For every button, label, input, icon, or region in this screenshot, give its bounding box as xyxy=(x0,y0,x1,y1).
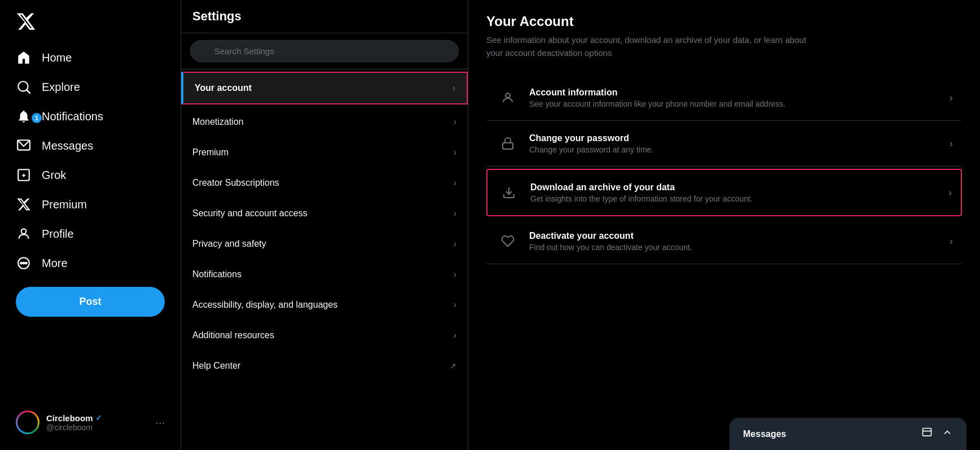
sidebar-item-premium[interactable]: Premium xyxy=(7,190,174,219)
svg-rect-13 xyxy=(923,429,931,436)
settings-item-additional[interactable]: Additional resources › xyxy=(181,320,468,351)
grok-icon: ✦ xyxy=(16,167,32,183)
download-chevron: › xyxy=(948,187,952,199)
svg-text:✦: ✦ xyxy=(21,172,27,180)
svg-point-8 xyxy=(23,263,25,264)
settings-item-label: Premium xyxy=(192,147,228,158)
svg-point-7 xyxy=(20,263,22,264)
deactivate-icon xyxy=(495,229,520,254)
sidebar-label-messages: Messages xyxy=(42,139,93,152)
x-logo-icon xyxy=(16,11,36,32)
sidebar-item-profile[interactable]: Profile xyxy=(7,219,174,248)
messages-icon xyxy=(16,138,32,154)
messages-bar-icons xyxy=(921,427,953,441)
chevron-icon: › xyxy=(454,330,456,340)
download-title: Download an archive of your data xyxy=(530,182,942,193)
verified-icon: ✓ xyxy=(95,413,102,422)
sidebar-item-more[interactable]: More xyxy=(7,248,174,278)
notification-count: 1 xyxy=(32,113,42,123)
user-handle: @circleboom xyxy=(46,423,155,432)
settings-item-security[interactable]: Security and account access › xyxy=(181,198,468,229)
user-more-icon[interactable]: ··· xyxy=(155,416,165,429)
messages-bar: Messages xyxy=(729,418,966,450)
right-panel-subtitle: See information about your account, down… xyxy=(486,34,825,59)
account-option-info[interactable]: Account information See your account inf… xyxy=(486,75,962,121)
svg-point-5 xyxy=(21,229,27,234)
sidebar-item-explore[interactable]: Explore xyxy=(7,72,174,102)
settings-panel: Settings 🔍 Your account › Monetization ›… xyxy=(181,0,468,450)
deactivate-text: Deactivate your account Find out how you… xyxy=(529,231,943,252)
chevron-icon: › xyxy=(454,147,456,158)
chevron-icon: › xyxy=(454,117,456,127)
x-logo[interactable] xyxy=(7,5,174,41)
settings-item-label: Your account xyxy=(195,83,252,93)
password-chevron: › xyxy=(950,138,953,150)
chevron-icon: › xyxy=(454,239,456,249)
chevron-icon: › xyxy=(454,300,456,310)
settings-title: Settings xyxy=(181,0,468,33)
chevron-icon: › xyxy=(454,178,456,188)
sidebar-label-notifications: Notifications xyxy=(42,110,103,123)
search-container: 🔍 xyxy=(181,33,468,69)
sidebar-label-grok: Grok xyxy=(42,169,66,182)
settings-item-premium[interactable]: Premium › xyxy=(181,137,468,168)
account-option-download[interactable]: Download an archive of your data Get ins… xyxy=(486,169,962,216)
settings-item-accessibility[interactable]: Accessibility, display, and languages › xyxy=(181,290,468,320)
settings-item-label: Privacy and safety xyxy=(192,239,266,249)
explore-icon xyxy=(16,79,32,95)
download-desc: Get insights into the type of informatio… xyxy=(530,194,942,203)
download-icon xyxy=(496,180,521,205)
right-content: Your Account See information about your … xyxy=(468,0,980,418)
notifications-icon: 1 xyxy=(16,108,32,124)
user-name: Circleboom ✓ xyxy=(46,413,155,423)
avatar xyxy=(16,410,39,434)
sidebar-label-premium: Premium xyxy=(42,198,87,211)
password-title: Change your password xyxy=(529,133,943,143)
settings-item-label: Accessibility, display, and languages xyxy=(192,300,337,310)
right-panel: Your Account See information about your … xyxy=(468,0,980,450)
sidebar-label-more: More xyxy=(42,257,68,270)
settings-item-your-account[interactable]: Your account › xyxy=(181,72,468,104)
settings-item-creator-subscriptions[interactable]: Creator Subscriptions › xyxy=(181,168,468,198)
account-info-icon xyxy=(495,85,520,110)
change-password-icon xyxy=(495,131,520,156)
user-profile-area[interactable]: Circleboom ✓ @circleboom ··· xyxy=(7,404,174,441)
sidebar-item-messages[interactable]: Messages xyxy=(7,131,174,160)
chevron-icon: › xyxy=(454,269,456,279)
post-button[interactable]: Post xyxy=(16,287,165,317)
home-icon xyxy=(16,50,32,65)
compose-message-icon[interactable] xyxy=(921,427,933,441)
chevron-icon: › xyxy=(454,208,456,219)
sidebar-label-explore: Explore xyxy=(42,81,80,94)
sidebar-item-notifications[interactable]: 1 Notifications xyxy=(7,102,174,131)
svg-point-9 xyxy=(25,263,27,264)
settings-item-monetization[interactable]: Monetization › xyxy=(181,107,468,137)
messages-bar-title: Messages xyxy=(743,429,786,439)
profile-icon xyxy=(16,226,32,242)
more-icon xyxy=(16,255,32,271)
settings-item-label: Additional resources xyxy=(192,330,274,340)
account-info-title: Account information xyxy=(529,88,943,98)
svg-line-1 xyxy=(27,90,29,93)
account-option-deactivate[interactable]: Deactivate your account Find out how you… xyxy=(486,219,962,264)
account-info-desc: See your account information like your p… xyxy=(529,99,943,108)
settings-item-privacy[interactable]: Privacy and safety › xyxy=(181,229,468,259)
sidebar-item-home[interactable]: Home xyxy=(7,43,174,72)
password-desc: Change your password at any time. xyxy=(529,145,943,154)
external-link-icon: ↗ xyxy=(450,361,456,370)
deactivate-title: Deactivate your account xyxy=(529,231,943,241)
download-text: Download an archive of your data Get ins… xyxy=(530,182,942,203)
search-input[interactable] xyxy=(190,40,459,62)
settings-item-label: Help Center xyxy=(192,361,240,371)
sidebar-item-grok[interactable]: ✦ Grok xyxy=(7,160,174,190)
sidebar-label-profile: Profile xyxy=(42,228,74,241)
collapse-messages-icon[interactable] xyxy=(942,427,953,441)
settings-item-label: Security and account access xyxy=(192,208,307,219)
settings-item-notifications[interactable]: Notifications › xyxy=(181,259,468,290)
svg-point-10 xyxy=(506,93,510,98)
account-option-password[interactable]: Change your password Change your passwor… xyxy=(486,121,962,167)
settings-item-help[interactable]: Help Center ↗ xyxy=(181,351,468,381)
search-wrapper: 🔍 xyxy=(190,40,459,62)
sidebar-label-home: Home xyxy=(42,51,72,64)
deactivate-chevron: › xyxy=(950,235,953,247)
